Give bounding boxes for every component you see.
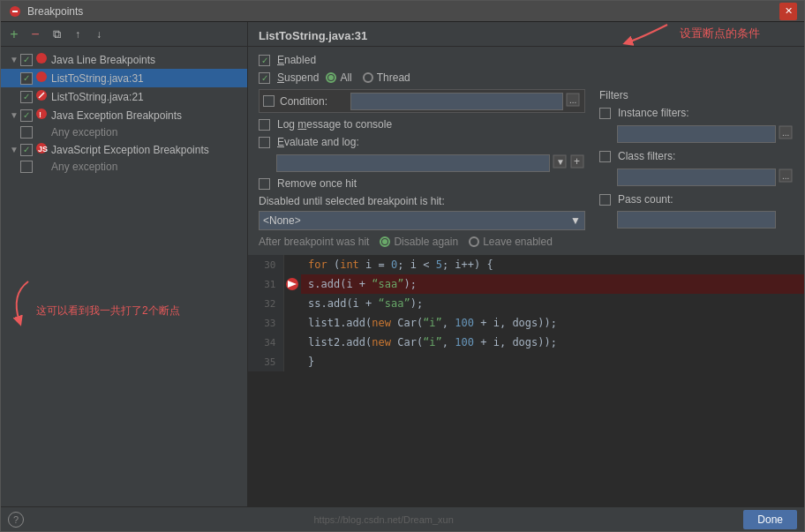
content-area: + − ⧉ ↑ ↓ ▼ ✓ Java Line Breakpoints [1, 22, 804, 506]
close-button[interactable]: ✕ [779, 3, 797, 20]
radio-all[interactable]: All [326, 71, 351, 84]
group-checkbox[interactable]: ✓ [20, 54, 33, 66]
svg-point-3 [36, 71, 47, 82]
instance-checkbox[interactable] [599, 108, 611, 119]
evaluate-checkbox[interactable] [259, 137, 270, 148]
group-checkbox[interactable]: ✓ [20, 109, 33, 122]
suspend-checkbox[interactable]: ✓ [259, 72, 270, 84]
enabled-checkbox[interactable]: ✓ [259, 55, 270, 66]
condition-label: Condition: [280, 95, 350, 108]
radio-leave-enabled-dot [469, 236, 479, 247]
radio-thread-dot [363, 72, 373, 83]
evaluate-input-row: ▼ + [276, 154, 585, 172]
group-checkbox[interactable]: ✓ [20, 144, 33, 156]
radio-disable-again[interactable]: Disable again [380, 236, 458, 248]
suspend-radio-group: All Thread [326, 71, 410, 84]
disabled-until-row: Disabled until selected breakpoint is hi… [259, 195, 585, 207]
remove-once-hit-row: Remove once hit [259, 177, 585, 190]
class-filter-input[interactable] [617, 169, 776, 186]
condition-more-btn[interactable]: ... [565, 92, 581, 110]
evaluate-input[interactable] [276, 154, 550, 172]
radio-all-label: All [340, 71, 351, 84]
code-lines: 30 for (int i = 0; i < 5; i++) { 31 [248, 255, 804, 371]
tree-item-java-line-group[interactable]: ▼ ✓ Java Line Breakpoints [1, 50, 247, 69]
pass-count-input[interactable] [617, 211, 776, 229]
export-breakpoint-button[interactable]: ↑ [68, 25, 87, 44]
tree-item-listtostring-31[interactable]: ✓ ListToString.java:31 [1, 69, 247, 87]
toolbar: + − ⧉ ↑ ↓ [1, 22, 247, 47]
disabled-dropdown-arrow: ▼ [570, 214, 581, 227]
suspend-label: Suspend [277, 71, 319, 84]
breakpoints-window: Breakpoints ✕ + − ⧉ ↑ ↓ ▼ ✓ [0, 0, 805, 532]
line-number: 35 [248, 352, 283, 371]
group-bp-icon: ! [35, 108, 48, 123]
table-row: 34 list2.add(new Car(“i”, 100 + i, dogs)… [248, 333, 804, 352]
tree-item-listtostring-21[interactable]: ✓ ListToString.java:21 [1, 87, 247, 106]
table-row: 33 list1.add(new Car(“i”, 100 + i, dogs)… [248, 313, 804, 333]
add-breakpoint-button[interactable]: + [4, 25, 24, 44]
log-checkbox[interactable] [259, 119, 270, 131]
line-code-col: for (int i = 0; i < 5; i++) { [301, 255, 804, 274]
group-bp-icon [35, 52, 48, 67]
instance-filter-btn[interactable]: ... [778, 124, 794, 143]
line-number: 32 [248, 294, 283, 313]
item-checkbox[interactable]: ✓ [20, 126, 33, 139]
tree-item-any-exception-js[interactable]: ✓ Any exception [1, 159, 247, 175]
radio-thread[interactable]: Thread [363, 71, 410, 84]
enabled-row: ✓ Enabled [259, 54, 794, 66]
condition-checkbox[interactable] [263, 95, 275, 107]
import-breakpoint-button[interactable]: ↓ [89, 25, 109, 44]
expand-toggle[interactable]: ▼ [8, 110, 20, 120]
expand-toggle[interactable]: ▼ [8, 55, 20, 64]
instance-filter-input[interactable] [617, 125, 776, 143]
remove-breakpoint-button[interactable]: − [26, 25, 45, 44]
line-number: 33 [248, 313, 283, 333]
radio-disable-again-dot [380, 236, 390, 247]
class-checkbox[interactable] [599, 151, 611, 162]
filters-title: Filters [599, 89, 794, 101]
class-filter-btn[interactable]: ... [778, 168, 794, 186]
tree-item-java-exception-group[interactable]: ▼ ✓ ! Java Exception Breakpoints [1, 106, 247, 124]
breakpoint-config: ✓ Enabled ✓ Suspend All Thread [248, 47, 804, 255]
item-checkbox[interactable]: ✓ [20, 91, 33, 103]
enabled-label: Enabled [277, 54, 316, 66]
config-filters-area: Condition: ... Log message to console [259, 89, 794, 248]
expand-toggle[interactable]: ▼ [8, 145, 20, 154]
line-number: 31 [248, 274, 283, 294]
code-table: 30 for (int i = 0; i < 5; i++) { 31 [248, 255, 804, 371]
evaluate-add-btn[interactable]: + [569, 154, 585, 172]
log-label: Log message to console [277, 118, 392, 131]
tree-item-any-exception[interactable]: ✓ Any exception [1, 124, 247, 140]
condition-input[interactable] [350, 93, 563, 110]
svg-text:+: + [574, 155, 580, 168]
window-icon [8, 4, 22, 19]
help-button[interactable]: ? [8, 512, 24, 528]
item-checkbox[interactable]: ✓ [20, 72, 33, 85]
pass-count-checkbox[interactable] [599, 194, 611, 206]
right-panel: ListToString.java:31 设置断点的条件 [248, 22, 804, 506]
evaluate-dropdown[interactable]: ▼ [552, 154, 568, 172]
line-code-col: ss.add(i + “saa”); [301, 294, 804, 313]
radio-all-dot [326, 72, 336, 83]
right-header: ListToString.java:31 设置断点的条件 [248, 22, 804, 47]
disabled-select[interactable]: <None> ▼ [259, 211, 585, 230]
copy-breakpoint-button[interactable]: ⧉ [47, 25, 66, 44]
annotation-right: 设置断点的条件 [623, 22, 760, 47]
radio-leave-enabled[interactable]: Leave enabled [469, 236, 553, 248]
item-checkbox[interactable]: ✓ [20, 161, 33, 173]
line-bp-col [283, 294, 301, 313]
class-filter-row: Class filters: [599, 150, 794, 162]
filters-section: Filters Instance filters: ... [599, 89, 794, 248]
svg-marker-20 [288, 281, 297, 288]
pass-count-row: Pass count: [599, 193, 794, 206]
line-number: 34 [248, 333, 283, 352]
svg-text:...: ... [569, 95, 576, 105]
line-number: 30 [248, 255, 283, 274]
instance-filter-input-row: ... [617, 124, 794, 143]
svg-text:JS: JS [38, 145, 48, 154]
after-hit-label: After breakpoint was hit [259, 236, 369, 248]
done-button[interactable]: Done [743, 510, 797, 529]
tree-item-javascript-exception-group[interactable]: ▼ ✓ JS JavaScript Exception Breakpoints [1, 140, 247, 159]
pass-count-input-row [617, 211, 794, 229]
remove-checkbox[interactable] [259, 178, 270, 190]
